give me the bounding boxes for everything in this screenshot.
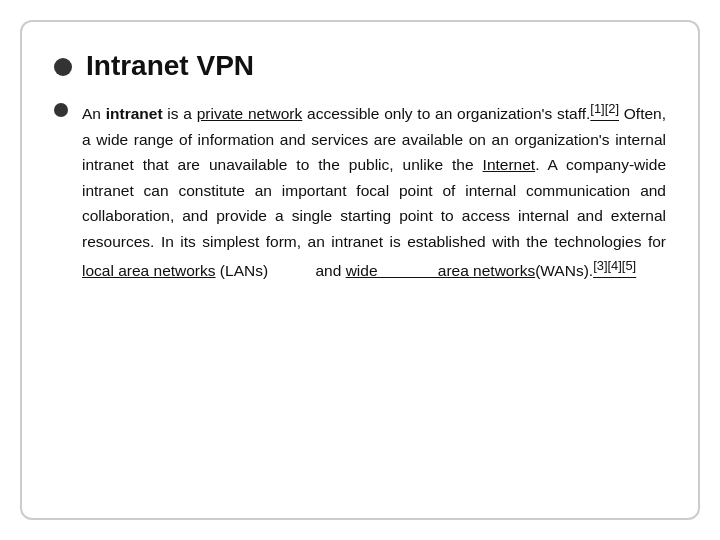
intranet-vpn-card: Intranet VPN An intranet is a private ne… bbox=[20, 20, 700, 520]
local-area-networks-link[interactable]: local area networks bbox=[82, 262, 216, 279]
ref-1-2-link[interactable]: [1][2] bbox=[590, 105, 619, 122]
internet-link[interactable]: Internet bbox=[483, 156, 536, 173]
bullet-title-icon bbox=[54, 58, 72, 76]
ref-3-4-5-link[interactable]: [3][4][5] bbox=[593, 262, 636, 279]
title-row: Intranet VPN bbox=[54, 50, 666, 82]
intranet-bold: intranet bbox=[106, 105, 163, 122]
card-title: Intranet VPN bbox=[86, 50, 254, 82]
wide-area-networks-link[interactable]: wide area networks bbox=[346, 262, 536, 279]
bullet-content-icon bbox=[54, 103, 68, 117]
private-network-link[interactable]: private network bbox=[197, 105, 303, 122]
content-text: An intranet is a private network accessi… bbox=[82, 98, 666, 283]
content-row: An intranet is a private network accessi… bbox=[54, 98, 666, 283]
